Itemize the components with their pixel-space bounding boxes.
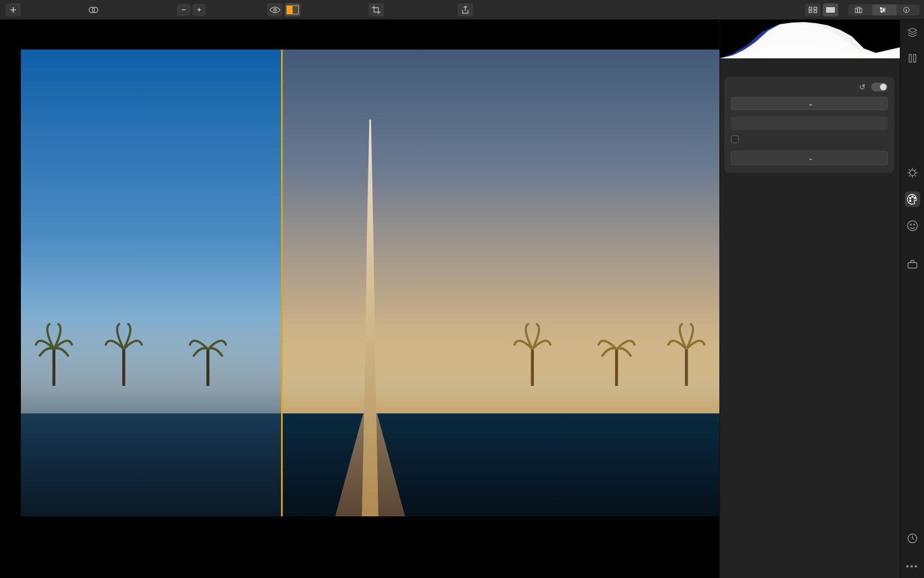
svg-point-19 [911,196,913,198]
svg-point-21 [909,200,911,202]
svg-rect-6 [814,10,817,13]
channels-icon[interactable] [905,51,920,66]
chevron-down-icon: ⌄ [808,100,813,107]
zoom-out-button[interactable]: − [177,4,190,16]
top-toolbar: − + [0,0,924,20]
compare-toggle[interactable] [285,3,300,17]
compare-icon [287,6,299,14]
effect-toggle[interactable] [871,83,888,91]
category-title [720,58,900,69]
looks-icon [88,6,99,14]
grid-view-button[interactable] [805,3,821,17]
history-icon[interactable] [905,531,920,546]
flip-sky-checkbox[interactable] [731,135,888,143]
filename-label [720,69,900,77]
svg-rect-15 [909,54,911,62]
palm-icon [35,320,73,386]
crop-button[interactable] [369,3,384,17]
sliders-icon [879,7,887,13]
library-icon [855,7,862,13]
zoom-controls: − + [168,4,206,16]
utility-category-icon[interactable] [905,257,920,272]
svg-point-12 [883,9,885,10]
tab-library[interactable] [848,4,872,15]
svg-rect-4 [814,7,817,9]
svg-point-1 [92,7,98,13]
svg-point-17 [910,170,915,176]
svg-point-23 [910,224,911,225]
share-icon [461,5,470,15]
edit-mask-button[interactable]: ⌄ [731,151,888,165]
creative-category-icon[interactable] [905,192,920,207]
add-button[interactable] [6,3,21,17]
before-after-labels [0,20,719,35]
preview-toggle[interactable] [267,3,283,17]
tab-info[interactable] [897,4,920,15]
single-icon [826,7,835,13]
info-icon [903,7,910,13]
sky-preset-dropdown[interactable]: ⌄ [731,97,888,110]
image-canvas[interactable] [21,50,719,516]
svg-point-20 [914,198,915,199]
reset-icon[interactable]: ↺ [859,83,866,91]
single-view-button[interactable] [823,3,838,17]
checkbox-box [731,135,739,143]
layers-icon[interactable] [905,24,920,40]
crop-icon [371,5,381,15]
eye-icon [270,6,280,14]
svg-point-0 [89,7,95,13]
svg-rect-5 [809,10,812,13]
svg-rect-9 [857,7,860,13]
svg-point-13 [881,10,883,12]
looks-button[interactable] [88,6,108,14]
tab-edit[interactable] [872,4,897,15]
svg-rect-25 [908,263,917,268]
essentials-category-icon[interactable] [905,165,920,181]
svg-point-11 [881,7,882,9]
tool-strip: ••• [900,20,924,578]
share-button[interactable] [458,3,473,17]
mode-tabs [848,4,920,15]
advanced-settings-button[interactable] [731,117,888,130]
edit-sidebar: ↺ ⌄ ⌄ [719,20,900,578]
svg-rect-10 [860,8,862,13]
compare-split-handle[interactable] [281,50,283,516]
svg-point-2 [274,8,276,10]
image-viewer [0,20,719,578]
svg-rect-16 [914,54,916,62]
zoom-in-button[interactable]: + [193,4,206,16]
svg-point-18 [909,198,911,199]
grid-icon [809,7,817,13]
chevron-down-icon: ⌄ [808,154,813,162]
svg-rect-8 [855,8,857,13]
svg-rect-3 [809,7,812,9]
svg-point-22 [908,221,917,231]
effect-panel-sky-replacement: ↺ ⌄ ⌄ [724,77,894,173]
portrait-category-icon[interactable] [905,218,920,233]
svg-point-24 [914,224,915,225]
more-icon[interactable]: ••• [906,557,919,578]
histogram[interactable] [720,20,900,58]
svg-rect-7 [826,7,835,13]
